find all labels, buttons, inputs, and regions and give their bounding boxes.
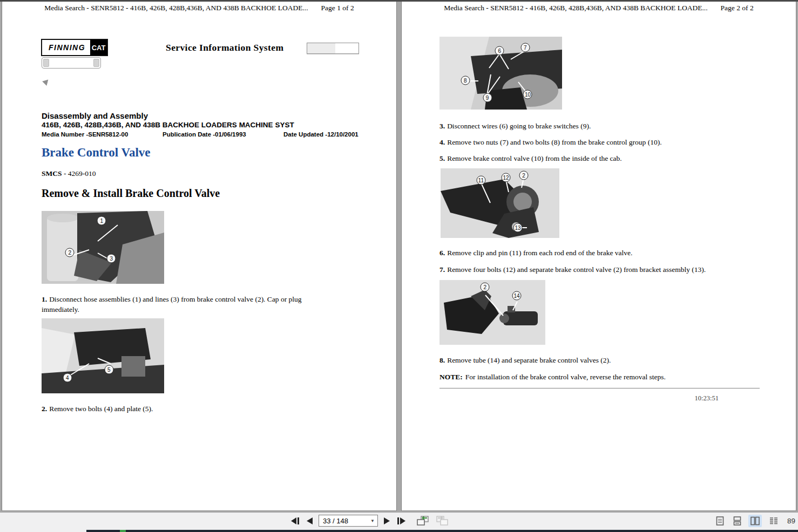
callout-9: 9	[483, 93, 492, 103]
page-1-header-title: Media Search - SENR5812 - 416B, 426B, 42…	[44, 4, 308, 12]
finning-wordmark: FINNING	[42, 40, 90, 55]
page-number-input[interactable]	[319, 517, 370, 525]
next-page-icon	[384, 517, 390, 524]
two-page-view-button[interactable]	[748, 515, 762, 527]
viewer-toolbar: ▼	[0, 513, 798, 530]
next-view-button[interactable]	[435, 515, 449, 527]
scrolling-page-view-button[interactable]	[731, 515, 743, 527]
step-1: 1.Disconnect hose assemblies (1) and lin…	[42, 294, 321, 315]
callout-3: 3	[107, 254, 116, 263]
callout-1: 1	[97, 216, 106, 225]
figure-3: 6 7 8 9 10	[439, 37, 562, 110]
smcs-label: SMCS	[42, 169, 62, 178]
document-viewport: Media Search - SENR5812 - 416B, 426B, 42…	[0, 0, 798, 513]
step-4-number: 4.	[439, 138, 445, 146]
page-combobox-caret-icon[interactable]: ▼	[370, 519, 377, 523]
step-2-text: Remove two bolts (4) and plate (5).	[49, 405, 153, 413]
step-4: 4.Remove two nuts (7) and two bolts (8) …	[439, 137, 774, 147]
step-7-number: 7.	[439, 265, 445, 274]
step-8-number: 8.	[439, 356, 445, 364]
step-6-text: Remove clip and pin (11) from each rod e…	[447, 249, 632, 257]
callout-13: 13	[513, 223, 523, 232]
back-arrow-icon	[42, 78, 49, 86]
figure-1: 1 2 3	[42, 211, 164, 284]
next-view-icon	[436, 516, 448, 526]
model-line: 416B, 426B, 428B,436B, AND 438B BACKHOE …	[42, 121, 294, 129]
page-2: Media Search - SENR5812 - 416B, 426B, 42…	[401, 2, 796, 511]
callout-2b: 2	[519, 170, 529, 180]
taskbar-edge	[86, 530, 798, 532]
previous-page-button[interactable]	[306, 516, 314, 526]
step-3-text: Disconnect wires (6) going to brake swit…	[447, 122, 591, 130]
page-number-combobox[interactable]: ▼	[319, 515, 378, 527]
single-page-view-button[interactable]	[714, 515, 726, 527]
first-page-icon	[291, 517, 300, 524]
page-navigation: ▼	[290, 513, 449, 529]
step-8: 8.Remove tube (14) and separate brake co…	[439, 355, 774, 365]
zoom-level: 89	[787, 517, 795, 525]
figure-5-photo	[439, 280, 545, 345]
section-title: Disassembly and Assembly	[42, 111, 148, 120]
step-4-text: Remove two nuts (7) and two bolts (8) fr…	[447, 138, 661, 146]
two-page-scrolling-view-button[interactable]	[767, 515, 780, 527]
sis-title: Service Information System	[166, 42, 283, 53]
figure-4: 11 12 2 13	[441, 168, 559, 238]
procedure-title: Remove & Install Brake Control Valve	[42, 187, 220, 200]
page-2-header-page-label: Page 2 of 2	[721, 4, 754, 12]
next-page-button[interactable]	[383, 516, 391, 526]
page-2-header-title: Media Search - SENR5812 - 416B, 426B, 42…	[444, 4, 707, 12]
callout-11: 11	[476, 175, 485, 185]
two-page-view-icon	[750, 516, 760, 526]
date-updated: Date Updated -12/10/2001	[283, 131, 359, 138]
callout-10: 10	[523, 90, 532, 99]
scrolling-page-view-icon	[733, 516, 741, 526]
footer-divider	[439, 388, 760, 388]
page-layout-controls: 89	[714, 513, 795, 529]
step-5-text: Remove brake control valve (10) from the…	[447, 154, 622, 162]
publication-date: Publication Date -01/06/1993	[163, 131, 246, 138]
note-text: For installation of the brake control va…	[465, 373, 666, 381]
callout-6: 6	[495, 46, 504, 55]
single-page-view-icon	[716, 516, 724, 526]
note-label: NOTE:	[439, 373, 463, 381]
figure-5: 2 14	[439, 280, 545, 345]
first-page-button[interactable]	[290, 516, 301, 526]
last-page-icon	[397, 517, 405, 524]
empty-select[interactable]	[42, 57, 101, 69]
step-6: 6.Remove clip and pin (11) from each rod…	[439, 248, 774, 258]
page-2-header: Media Search - SENR5812 - 416B, 426B, 42…	[402, 4, 796, 12]
step-7-text: Remove four bolts (12) and separate brak…	[447, 265, 706, 274]
callout-8: 8	[461, 76, 470, 85]
callout-12: 12	[502, 173, 511, 182]
finning-cat-logo: FINNING CAT	[41, 39, 108, 56]
step-6-number: 6.	[439, 249, 445, 257]
callout-7: 7	[520, 43, 530, 52]
search-box[interactable]	[307, 43, 359, 54]
view-history	[416, 515, 449, 527]
select-right-cap-icon	[93, 59, 99, 67]
last-page-button[interactable]	[396, 516, 407, 526]
note: NOTE:For installation of the brake contr…	[439, 372, 774, 382]
step-3-number: 3.	[439, 122, 445, 130]
previous-view-icon	[417, 516, 429, 526]
cat-logo: CAT	[90, 40, 107, 55]
smcs-code: SMCS - 4269-010	[42, 169, 96, 178]
step-2: 2.Remove two bolts (4) and plate (5).	[42, 404, 321, 414]
figure-4-photo	[441, 168, 559, 238]
timestamp: 10:23:51	[439, 394, 719, 403]
callout-2: 2	[65, 248, 75, 257]
step-5: 5.Remove brake control valve (10) from t…	[439, 153, 774, 163]
topic-title: Brake Control Valve	[42, 146, 150, 160]
step-5-number: 5.	[439, 154, 445, 162]
previous-view-button[interactable]	[416, 515, 430, 527]
callout-2c: 2	[481, 283, 490, 292]
callout-4: 4	[63, 373, 72, 382]
smcs-value: - 4269-010	[64, 169, 96, 178]
step-3: 3.Disconnect wires (6) going to brake sw…	[439, 121, 774, 131]
step-8-text: Remove tube (14) and separate brake cont…	[447, 356, 611, 364]
page-1: Media Search - SENR5812 - 416B, 426B, 42…	[2, 2, 397, 511]
taskbar-accent	[120, 530, 126, 532]
previous-page-icon	[307, 517, 313, 524]
page-1-header: Media Search - SENR5812 - 416B, 426B, 42…	[2, 4, 396, 12]
step-1-text: Disconnect hose assemblies (1) and lines…	[42, 295, 302, 313]
